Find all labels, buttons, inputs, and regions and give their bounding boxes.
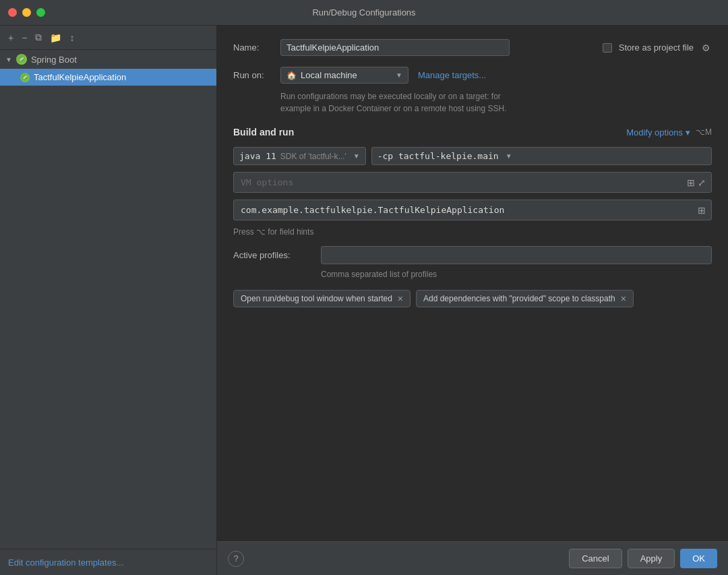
active-profiles-label: Active profiles: (233, 250, 321, 260)
sidebar-item-tactful[interactable]: TactfulKelpieApplication (0, 69, 216, 86)
tag-open-run-debug-label: Open run/debug tool window when started (241, 294, 392, 303)
minimize-button[interactable] (22, 8, 31, 17)
spring-boot-group[interactable]: ▼ Spring Boot (0, 50, 216, 69)
name-label: Name: (233, 42, 280, 53)
modify-options-label: Modify options (626, 127, 683, 138)
store-gear-button[interactable]: ⚙ (700, 41, 712, 55)
folder-button[interactable]: 📁 (47, 31, 64, 44)
sidebar-toolbar: + − ⧉ 📁 ↕ (0, 26, 216, 50)
tag-add-dependencies-label: Add dependencies with "provided" scope t… (423, 294, 615, 303)
modify-options-button[interactable]: Modify options ▾ ⌥M (626, 127, 712, 138)
resize-icon: ⤢ (698, 177, 706, 188)
tags-row: Open run/debug tool window when started … (233, 290, 712, 307)
modify-options-shortcut: ⌥M (696, 127, 712, 137)
cp-dropdown-arrow-icon: ▼ (506, 152, 512, 160)
java-sdk-dropdown[interactable]: java 11 SDK of 'tactful-k...' ▼ (233, 147, 366, 165)
spring-boot-icon (16, 54, 27, 65)
cp-dropdown[interactable]: -cp tactful-kelpie.main ▼ (371, 147, 712, 165)
expand-icon: ⊞ (687, 177, 695, 188)
window-title: Run/Debug Configurations (312, 7, 415, 18)
run-on-row: Run on: 🏠 Local machine ▼ Manage targets… (233, 67, 712, 84)
add-config-button[interactable]: + (5, 31, 16, 44)
main-class-input[interactable] (234, 200, 692, 220)
store-project-checkbox[interactable] (603, 43, 612, 53)
copy-config-button[interactable]: ⧉ (32, 30, 44, 44)
expand-icon2: ⊞ (698, 205, 706, 216)
tag-open-run-debug: Open run/debug tool window when started … (233, 290, 411, 307)
close-button[interactable] (8, 8, 17, 17)
apply-button[interactable]: Apply (628, 549, 675, 568)
main-layout: + − ⧉ 📁 ↕ ▼ Spring Boot (0, 26, 728, 575)
tag-add-dependencies: Add dependencies with "provided" scope t… (416, 290, 634, 307)
name-row: Name: Store as project file ⚙ (233, 39, 712, 56)
build-run-section-header: Build and run Modify options ▾ ⌥M (233, 127, 712, 138)
remove-config-button[interactable]: − (19, 31, 30, 44)
main-class-row: ⊞ (233, 200, 712, 220)
dropdown-arrow-icon: ▼ (396, 71, 402, 79)
help-button[interactable]: ? (228, 551, 244, 567)
field-hint: Press ⌥ for field hints (233, 227, 712, 237)
java-sdk-label: java 11 (239, 151, 276, 161)
config-body: Name: Store as project file ⚙ Run on: 🏠 … (217, 26, 728, 541)
tag-open-run-debug-close[interactable]: × (398, 294, 403, 303)
local-machine-icon: 🏠 (286, 71, 297, 80)
java-dropdown-arrow-icon: ▼ (353, 152, 360, 160)
active-profiles-row: Active profiles: (233, 246, 712, 264)
sidebar-content: ▼ Spring Boot TactfulKelpieApplication (0, 50, 216, 549)
cp-value: -cp tactful-kelpie.main (377, 151, 499, 161)
active-profiles-input[interactable] (321, 246, 712, 264)
profiles-hint: Comma separated list of profiles (321, 270, 712, 279)
app-config-icon (20, 73, 30, 82)
chevron-down-icon: ▼ (5, 56, 12, 63)
vm-options-input[interactable] (234, 173, 681, 192)
store-project-label: Store as project file (619, 42, 694, 53)
sidebar: + − ⧉ 📁 ↕ ▼ Spring Boot (0, 26, 217, 575)
java-sdk-suffix: SDK of 'tactful-k...' (280, 152, 346, 161)
right-panel: Name: Store as project file ⚙ Run on: 🏠 … (217, 26, 728, 575)
run-on-label: Run on: (233, 70, 280, 80)
name-input[interactable] (280, 39, 510, 56)
local-machine-label: Local machine (301, 70, 357, 80)
tag-add-dependencies-close[interactable]: × (621, 294, 626, 303)
java-sdk-row: java 11 SDK of 'tactful-k...' ▼ -cp tact… (233, 147, 712, 165)
vm-options-row: ⊞ ⤢ (233, 172, 712, 193)
cancel-button[interactable]: Cancel (569, 549, 621, 568)
build-run-title: Build and run (233, 127, 294, 138)
spring-boot-label: Spring Boot (31, 55, 77, 65)
store-project-row: Store as project file ⚙ (603, 41, 712, 55)
title-bar: Run/Debug Configurations (0, 0, 728, 26)
run-on-hint: Run configurations may be executed local… (280, 90, 712, 115)
sort-button[interactable]: ↕ (67, 31, 77, 44)
ok-button[interactable]: OK (680, 549, 717, 568)
chevron-down-small-icon: ▾ (686, 127, 690, 138)
main-class-expand-button[interactable]: ⊞ (692, 202, 711, 218)
footer-buttons: Cancel Apply OK (569, 549, 717, 568)
edit-templates-link[interactable]: Edit configuration templates... (8, 557, 123, 568)
sidebar-footer: Edit configuration templates... (0, 549, 216, 575)
run-on-dropdown[interactable]: 🏠 Local machine ▼ (280, 67, 408, 84)
manage-targets-link[interactable]: Manage targets... (418, 70, 486, 80)
traffic-lights (8, 8, 45, 17)
vm-options-expand-button[interactable]: ⊞ ⤢ (681, 175, 711, 191)
dialog-footer: ? Cancel Apply OK (217, 541, 728, 575)
config-item-label: TactfulKelpieApplication (34, 72, 126, 82)
maximize-button[interactable] (36, 8, 45, 17)
